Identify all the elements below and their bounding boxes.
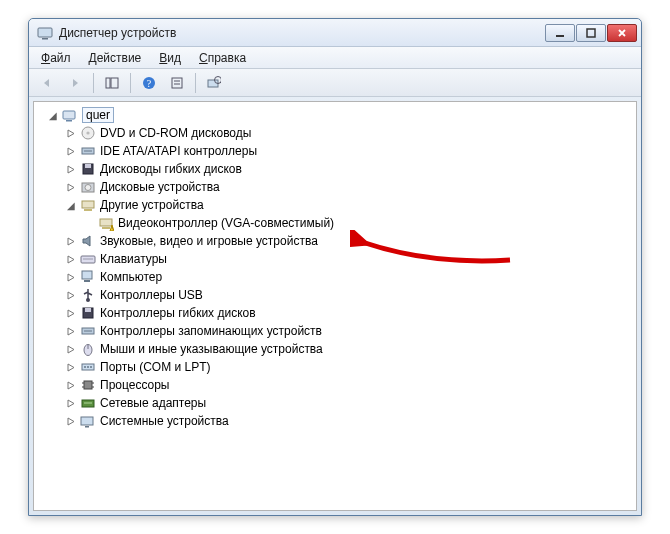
tree-category-cpu[interactable]: Процессоры — [38, 376, 636, 394]
tree-device-vga[interactable]: !Видеоконтроллер (VGA-совместимый) — [38, 214, 636, 232]
svg-point-42 — [84, 366, 86, 368]
toolbar: ? — [29, 69, 641, 97]
tree-item-label: Дисковые устройства — [100, 180, 220, 194]
collapse-icon[interactable]: ◢ — [64, 198, 78, 212]
floppyctrl-icon — [80, 305, 96, 321]
tree-item-label: Мыши и иные указывающие устройства — [100, 342, 323, 356]
svg-rect-8 — [172, 78, 182, 88]
svg-line-13 — [220, 82, 221, 83]
expand-icon[interactable] — [64, 306, 78, 320]
tree-item-label: Дисководы гибких дисков — [100, 162, 242, 176]
toolbar-separator — [93, 73, 94, 93]
tree-category-system[interactable]: Системные устройства — [38, 412, 636, 430]
computer-icon — [80, 269, 96, 285]
dvd-icon — [80, 125, 96, 141]
tree-category-other[interactable]: ◢Другие устройства — [38, 196, 636, 214]
tree-item-label: Контроллеры запоминающих устройств — [100, 324, 322, 338]
expand-icon[interactable] — [64, 144, 78, 158]
tree-category-usb[interactable]: Контроллеры USB — [38, 286, 636, 304]
tree-category-net[interactable]: Сетевые адаптеры — [38, 394, 636, 412]
svg-rect-4 — [106, 78, 110, 88]
tree-root[interactable]: ◢quer — [38, 106, 636, 124]
storage-icon — [80, 323, 96, 339]
ide-icon — [80, 143, 96, 159]
tree-item-label: Клавиатуры — [100, 252, 167, 266]
window-title: Диспетчер устройств — [59, 26, 545, 40]
svg-rect-15 — [66, 120, 72, 122]
svg-point-34 — [86, 298, 90, 302]
tree-item-label: Системные устройства — [100, 414, 229, 428]
expand-icon[interactable] — [64, 342, 78, 356]
tree-category-floppy[interactable]: Дисководы гибких дисков — [38, 160, 636, 178]
expand-icon[interactable] — [64, 360, 78, 374]
collapse-icon[interactable]: ◢ — [46, 108, 60, 122]
svg-text:?: ? — [147, 77, 152, 88]
expand-icon[interactable] — [64, 162, 78, 176]
scan-hardware-button[interactable] — [202, 72, 226, 94]
forward-button[interactable] — [63, 72, 87, 94]
tree-item-label: IDE ATA/ATAPI контроллеры — [100, 144, 257, 158]
device-tree-pane[interactable]: ◢querDVD и CD-ROM дисководыIDE ATA/ATAPI… — [33, 101, 637, 511]
tree-item-label: Контроллеры USB — [100, 288, 203, 302]
tree-item-label: DVD и CD-ROM дисководы — [100, 126, 251, 140]
svg-rect-27 — [102, 227, 110, 229]
mouse-icon — [80, 341, 96, 357]
tree-category-ide[interactable]: IDE ATA/ATAPI контроллеры — [38, 142, 636, 160]
tree-category-computer[interactable]: Компьютер — [38, 268, 636, 286]
net-icon — [80, 395, 96, 411]
menu-action[interactable]: Действие — [81, 49, 150, 67]
tree-category-dvd[interactable]: DVD и CD-ROM дисководы — [38, 124, 636, 142]
back-button[interactable] — [35, 72, 59, 94]
svg-rect-36 — [85, 308, 91, 312]
tree-category-floppyctrl[interactable]: Контроллеры гибких дисков — [38, 304, 636, 322]
expand-icon[interactable] — [64, 270, 78, 284]
toolbar-separator — [130, 73, 131, 93]
minimize-button[interactable] — [545, 24, 575, 42]
tree-item-label: Процессоры — [100, 378, 170, 392]
expand-icon[interactable] — [64, 396, 78, 410]
menu-view[interactable]: Вид — [151, 49, 189, 67]
expand-icon[interactable] — [64, 288, 78, 302]
properties-button[interactable] — [165, 72, 189, 94]
tree-item-label: Сетевые адаптеры — [100, 396, 206, 410]
titlebar[interactable]: Диспетчер устройств — [29, 19, 641, 47]
window-buttons — [545, 24, 637, 42]
disk-icon — [80, 179, 96, 195]
svg-rect-2 — [556, 35, 564, 37]
tree-category-sound[interactable]: Звуковые, видео и игровые устройства — [38, 232, 636, 250]
tree-item-label: Другие устройства — [100, 198, 204, 212]
svg-point-44 — [90, 366, 92, 368]
keyboard-icon — [80, 251, 96, 267]
device-manager-window: Диспетчер устройств Файл Действие Вид Сп… — [28, 18, 642, 516]
expand-icon[interactable] — [64, 180, 78, 194]
svg-rect-25 — [84, 209, 92, 211]
maximize-button[interactable] — [576, 24, 606, 42]
tree-category-storage[interactable]: Контроллеры запоминающих устройств — [38, 322, 636, 340]
expand-icon[interactable] — [64, 324, 78, 338]
svg-rect-33 — [84, 280, 90, 282]
tree-category-mouse[interactable]: Мыши и иные указывающие устройства — [38, 340, 636, 358]
svg-point-23 — [85, 185, 91, 191]
app-icon — [37, 25, 53, 41]
svg-rect-14 — [63, 111, 75, 119]
expand-icon[interactable] — [64, 414, 78, 428]
floppy-icon — [80, 161, 96, 177]
expand-icon[interactable] — [64, 252, 78, 266]
menu-file[interactable]: Файл — [33, 49, 79, 67]
close-button[interactable] — [607, 24, 637, 42]
tree-category-ports[interactable]: Порты (COM и LPT) — [38, 358, 636, 376]
tree-category-keyboard[interactable]: Клавиатуры — [38, 250, 636, 268]
show-hide-tree-button[interactable] — [100, 72, 124, 94]
tree-category-disk[interactable]: Дисковые устройства — [38, 178, 636, 196]
menu-help[interactable]: Справка — [191, 49, 254, 67]
help-button[interactable]: ? — [137, 72, 161, 94]
cpu-icon — [80, 377, 96, 393]
tree-item-label: Видеоконтроллер (VGA-совместимый) — [118, 216, 334, 230]
vga-icon: ! — [98, 215, 114, 231]
tree-item-label: Компьютер — [100, 270, 162, 284]
expand-icon[interactable] — [64, 126, 78, 140]
expand-icon[interactable] — [64, 378, 78, 392]
system-icon — [80, 413, 96, 429]
expand-icon[interactable] — [64, 234, 78, 248]
svg-rect-5 — [111, 78, 118, 88]
